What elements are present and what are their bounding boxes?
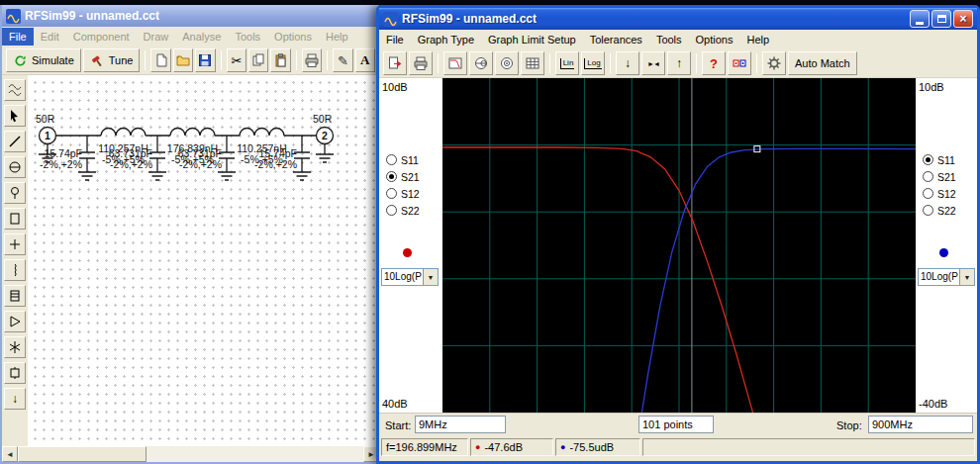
rotate-tool-icon [7,159,23,175]
log-scale-icon: Log [584,58,601,69]
print-button[interactable] [302,48,322,72]
palette-mixer-button[interactable] [4,336,26,358]
left-radio-s21[interactable]: S21 [386,170,420,183]
simulate-button[interactable]: Simulate [6,48,81,72]
left-radio-s12[interactable]: S12 [386,187,420,200]
smith-chart-button[interactable] [469,51,493,75]
palette-junction-button[interactable] [4,233,26,255]
scroll-left-button[interactable]: ◄ [2,446,18,462]
menu-file[interactable]: File [379,31,411,48]
scrollbar-thumb[interactable] [18,446,147,462]
right-radio-s21[interactable]: S21 [923,170,956,183]
palette-ic-button[interactable] [4,362,26,384]
maximize-button[interactable] [931,10,951,28]
linear-scale-button[interactable]: Lin [555,51,579,75]
plot-area[interactable] [442,78,916,413]
palette-rotate-button[interactable] [4,156,26,178]
right-radio-s22[interactable]: S22 [923,204,956,217]
text-button[interactable]: A [355,48,375,72]
radio-button-icon[interactable] [386,205,397,216]
scrollbar-track[interactable] [147,446,363,462]
marker-down-button[interactable]: ↓ [616,51,639,75]
menu-tools[interactable]: Tools [649,31,689,48]
menu-graph-limit-setup[interactable]: Graph Limit Setup [481,31,583,48]
radio-button-icon[interactable] [386,171,397,182]
minimize-icon [916,22,924,25]
export-button[interactable] [383,51,407,75]
radio-button-icon[interactable] [923,154,933,165]
print-button[interactable] [409,51,433,75]
settings-button[interactable] [762,51,786,75]
stop-frequency-input[interactable]: 900MHz [868,416,973,433]
inductor-2[interactable] [170,129,215,137]
paste-button[interactable] [270,48,290,72]
chevron-down-icon[interactable]: ▼ [959,269,974,285]
radio-button-icon[interactable] [386,154,397,165]
open-button[interactable] [173,48,193,72]
toolbar-separator [296,50,297,70]
palette-select-button[interactable] [4,105,26,127]
chevron-down-icon[interactable]: ▼ [423,269,438,285]
log-scale-button[interactable]: Log [581,51,605,75]
menu-file[interactable]: File [2,28,34,46]
menu-options[interactable]: Options [689,31,740,48]
cut-button[interactable]: ✂ [227,48,246,72]
right-radio-s11[interactable]: S11 [923,153,956,166]
copy-button[interactable] [248,48,268,72]
smith-chart-icon [473,55,489,71]
radio-button-icon[interactable] [923,205,933,216]
palette-port-button[interactable] [4,182,26,204]
table-view-button[interactable] [521,51,544,75]
left-format-combo[interactable]: 10Log(P ▼ [381,268,439,286]
marker-span-button[interactable]: ►◄ [641,51,665,75]
tune-button[interactable]: Tune [83,48,141,72]
palette-wires-button[interactable] [4,79,26,101]
radio-button-icon[interactable] [923,171,933,182]
inductor-3[interactable] [240,129,284,137]
auto-match-button[interactable]: Auto Match [788,51,857,75]
menu-help[interactable]: Help [319,28,355,46]
menu-graph-type[interactable]: Graph Type [411,31,481,48]
right-axis-top-label: 10dB [919,81,944,93]
minimize-button[interactable] [910,10,930,28]
menu-component[interactable]: Component [66,28,137,46]
left-titlebar[interactable]: RFSim99 - unnamed.cct [2,5,379,27]
palette-attenuator-button[interactable] [4,285,26,307]
right-radio-s12[interactable]: S12 [923,187,956,200]
menu-options[interactable]: Options [267,28,319,46]
new-button[interactable] [150,48,170,72]
inductor-1[interactable] [101,129,146,137]
right-titlebar[interactable]: RFSim99 - unnamed.cct × [379,8,977,30]
rectangular-graph-button[interactable] [443,51,467,75]
left-radio-s22[interactable]: S22 [386,204,420,217]
radio-button-icon[interactable] [386,188,397,199]
query-button[interactable]: ? [702,51,726,75]
palette-down-button[interactable]: ↓ [4,388,26,410]
points-input[interactable]: 101 points [638,416,714,433]
menu-draw[interactable]: Draw [137,28,176,46]
menu-edit[interactable]: Edit [34,28,66,46]
menu-help[interactable]: Help [739,31,776,48]
radio-button-icon[interactable] [923,188,933,199]
sparameter-plot[interactable] [442,78,916,413]
start-frequency-input[interactable]: 9MHz [415,416,506,433]
draw-button[interactable]: ✎ [333,48,352,72]
text-icon: A [360,52,369,68]
marker-up-button[interactable]: ↑ [667,51,691,75]
menu-tools[interactable]: Tools [228,28,267,46]
right-format-combo[interactable]: 10Log(P ▼ [918,268,975,286]
left-radio-s11[interactable]: S11 [386,153,420,166]
horizontal-scrollbar[interactable]: ◄ ► [2,446,379,462]
palette-component-button[interactable] [4,208,26,230]
palette-inductor-button[interactable] [4,259,26,281]
menu-tolerances[interactable]: Tolerances [583,31,649,48]
palette-line-button[interactable] [4,131,26,152]
schematic-canvas[interactable]: 1 2 50R 50R 110.257nH -5%,+5% 176.839nH … [28,75,379,446]
save-button[interactable] [195,48,215,72]
wire-tool-icon [7,82,23,98]
palette-amplifier-button[interactable] [4,311,26,332]
close-button[interactable]: × [953,10,973,28]
tolerance-analysis-button[interactable] [728,51,751,75]
menu-analyse[interactable]: Analyse [175,28,228,46]
polar-graph-button[interactable] [495,51,519,75]
